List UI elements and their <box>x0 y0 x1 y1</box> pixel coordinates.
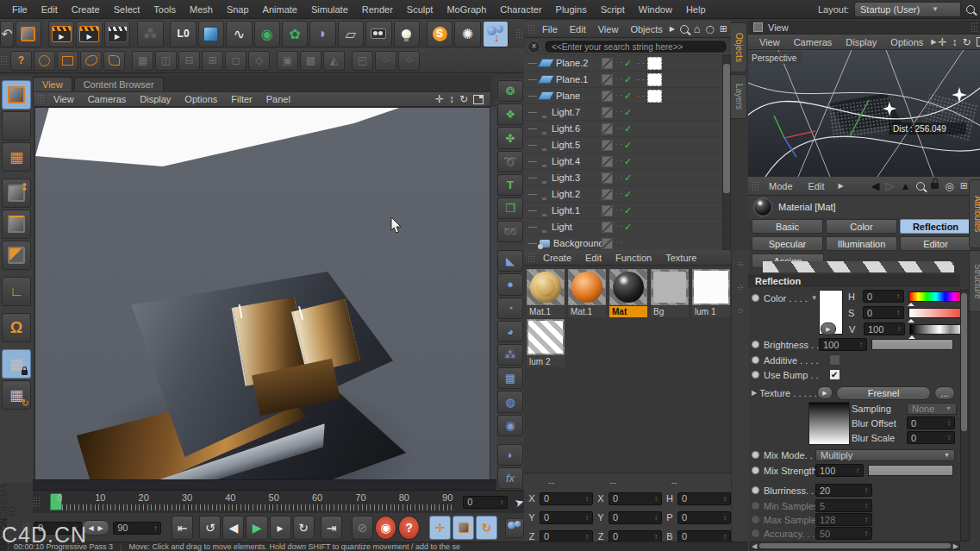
object-row[interactable]: Light.7· ·✓ <box>524 104 722 121</box>
om-menu-view[interactable]: View <box>593 24 624 34</box>
perspective-viewport[interactable]: Perspective Dist : 256.049 <box>748 50 980 177</box>
workplane-l0-icon[interactable]: L0 <box>170 21 196 47</box>
menu-character[interactable]: Character <box>493 4 548 15</box>
vw-pan-icon[interactable]: ✛ <box>938 36 946 48</box>
tab-objects-vertical[interactable]: Objects <box>731 22 747 72</box>
current-frame-field[interactable]: 0↕ <box>463 496 508 509</box>
undo-icon[interactable]: ↶ <box>0 21 14 47</box>
texture-tag[interactable] <box>647 90 662 103</box>
object-list-scroll-thumb[interactable] <box>723 64 730 193</box>
anim-dot[interactable] <box>752 466 759 474</box>
om-search-icon[interactable] <box>680 25 689 34</box>
modeling-tool-icon[interactable]: ⊞ <box>202 51 223 71</box>
material-item[interactable]: Bg <box>651 269 689 317</box>
rot-p-field[interactable]: 0↕ <box>677 511 731 524</box>
anim-dot[interactable] <box>752 486 759 494</box>
tab-reflection[interactable]: Reflection <box>900 219 971 234</box>
enabled-check-icon[interactable]: ✓ <box>624 123 632 135</box>
at-menu-mode[interactable]: Mode <box>762 181 800 191</box>
rect-selection-icon[interactable] <box>57 51 78 71</box>
attributes-hscrollbar[interactable]: ◀▶ <box>750 542 960 550</box>
workplane-icon[interactable]: ▦ <box>2 142 31 172</box>
enabled-check-icon[interactable]: ✓ <box>624 107 632 118</box>
vp-menu-cameras[interactable]: Cameras <box>82 94 133 104</box>
menu-snap[interactable]: Snap <box>220 4 256 15</box>
play-backwards-button[interactable]: ↺ <box>199 516 221 540</box>
layer-toggle[interactable] <box>602 140 613 151</box>
keyframe-pointer-icon[interactable]: ➤ <box>513 494 526 510</box>
plot-icon[interactable]: ◣ <box>497 250 523 272</box>
strip-dots-icon[interactable]: ⁘ <box>736 305 744 316</box>
object-row[interactable]: Light.3· ·✓ <box>524 170 722 186</box>
menu-select[interactable]: Select <box>107 4 147 15</box>
layer-toggle[interactable] <box>602 238 613 249</box>
cloner-icon[interactable]: ❂ <box>497 80 523 102</box>
anim-dot[interactable] <box>752 371 759 379</box>
material-item[interactable]: Mat.1 <box>568 269 606 317</box>
object-row[interactable]: Plane.1· ·✓· · <box>524 72 722 88</box>
vw-more-icon[interactable]: ▶ <box>931 38 936 46</box>
mm-menu-texture[interactable]: Texture <box>659 253 703 263</box>
material-item-selected[interactable]: Mat <box>609 269 647 317</box>
mix-strength-field[interactable]: 100↕ <box>815 464 864 477</box>
scale-y-field[interactable]: 0↕ <box>609 511 662 524</box>
floor-icon[interactable]: ▱ <box>338 21 364 47</box>
object-row[interactable]: Light.4· ·✓ <box>524 153 722 170</box>
pos-x-field[interactable]: 0↕ <box>540 492 593 505</box>
camera-icon[interactable] <box>365 21 391 47</box>
om-menu-objects[interactable]: Objects <box>625 24 667 34</box>
viewport-maximize-icon[interactable] <box>473 95 484 104</box>
at-search-icon[interactable] <box>916 182 925 191</box>
min-samples-field[interactable]: 5↕ <box>815 499 872 512</box>
color-expand-button[interactable]: ▶ <box>821 322 836 335</box>
mm-grip[interactable] <box>527 253 536 263</box>
max-samples-field[interactable]: 128↕ <box>815 513 872 526</box>
tracer-icon[interactable]: ➿ <box>497 221 523 242</box>
record-disabled-icon[interactable]: ⊘ <box>352 516 373 540</box>
object-row[interactable]: Plane.2· ·✓· · <box>524 55 722 72</box>
anim-dot[interactable] <box>752 294 759 302</box>
render-settings-icon[interactable]: ▶ <box>104 21 130 47</box>
lock-icon[interactable] <box>931 183 939 189</box>
blur-scale-field[interactable]: 0↕ <box>907 431 955 444</box>
use-bump-checkbox[interactable]: ✔ <box>829 369 840 380</box>
viewport-canvas[interactable] <box>34 107 491 481</box>
at-menu-edit[interactable]: Edit <box>802 181 832 191</box>
loop-button[interactable]: ↻ <box>293 516 315 540</box>
render-view-icon[interactable]: ▶ <box>48 21 74 47</box>
axis-cube-icon[interactable] <box>16 21 41 47</box>
next-frame-button[interactable]: ▸ <box>270 516 291 540</box>
parent-up-icon[interactable]: ▲ <box>900 180 910 192</box>
sampling-dropdown[interactable]: None▼ <box>907 403 957 415</box>
tab-layers-vertical[interactable]: Layers <box>731 74 747 119</box>
modeling-tool-icon[interactable]: ⊟ <box>178 51 200 71</box>
layer-toggle[interactable] <box>602 156 613 167</box>
light-icon[interactable] <box>394 21 420 47</box>
texture-tag[interactable] <box>647 73 662 86</box>
blurriness-field[interactable]: 20↕ <box>815 484 872 497</box>
scale-x-field[interactable]: 0↕ <box>609 492 662 505</box>
material-item[interactable]: lum 1 <box>692 269 730 317</box>
viewport-rotate-icon[interactable]: ↻ <box>459 93 468 105</box>
tab-view[interactable]: View <box>33 77 72 91</box>
cloth-icon[interactable]: ◗ <box>497 444 523 466</box>
additive-checkbox[interactable] <box>829 354 840 366</box>
scale-tool-button[interactable] <box>453 516 474 540</box>
right-grip[interactable] <box>971 22 979 33</box>
sun-icon[interactable]: ✺ <box>454 21 480 47</box>
strip-dots-icon[interactable]: ⁘ <box>736 282 744 293</box>
add-icon[interactable]: ⊞ <box>720 23 727 34</box>
om-menu-edit[interactable]: Edit <box>565 24 591 34</box>
instance-icon[interactable]: ✤ <box>497 127 523 148</box>
model-mode-icon[interactable] <box>2 80 31 110</box>
blur-offset-field[interactable]: 0↕ <box>907 416 955 429</box>
emitter-icon[interactable]: ● <box>497 273 523 295</box>
attributes-vscroll-thumb[interactable] <box>961 293 967 431</box>
goto-start-button[interactable]: ⇤ <box>172 516 193 540</box>
menu-mesh[interactable]: Mesh <box>183 4 220 15</box>
om-more-icon[interactable]: ▶ <box>670 25 675 33</box>
mm-menu-create[interactable]: Create <box>536 253 578 263</box>
rotate-workplane-icon[interactable]: ▦↻ <box>2 380 31 410</box>
history-back-icon[interactable]: ◀ <box>871 179 879 192</box>
modeling-tool-icon[interactable]: ◫ <box>155 51 177 71</box>
